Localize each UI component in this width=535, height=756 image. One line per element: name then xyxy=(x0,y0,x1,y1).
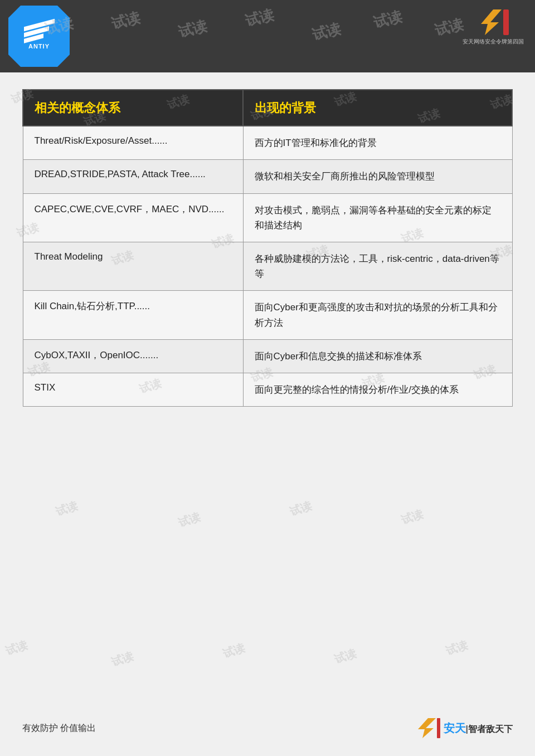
body-wm-21: 试读 xyxy=(288,498,314,520)
footer-logo: 安天|智者敌天下 xyxy=(416,717,513,739)
footer-logo-text: 安天|智者敌天下 xyxy=(444,721,513,736)
header: ANTIY 试读 试读 试读 试读 试读 试读 试读 安天网络安全令牌第四国 xyxy=(0,0,535,72)
watermark-3: 试读 xyxy=(176,16,209,42)
watermark-7: 试读 xyxy=(432,14,465,41)
col2-header: 出现的背景 xyxy=(243,90,512,126)
table-row: CybOX,TAXII，OpenIOC.......面向Cyber和信息交换的描… xyxy=(23,339,512,373)
cell-right-2: 对攻击模式，脆弱点，漏洞等各种基础的安全元素的标定和描述结构 xyxy=(243,193,512,242)
table-row: Threat Modeling各种威胁建模的方法论，工具，risk-centri… xyxy=(23,242,512,290)
table-row: Kill Chain,钻石分析,TTP......面向Cyber和更高强度的攻击… xyxy=(23,291,512,339)
cell-right-4: 面向Cyber和更高强度的攻击和对抗的场景的分析工具和分析方法 xyxy=(243,291,512,339)
body-wm-22: 试读 xyxy=(400,506,426,528)
cell-right-5: 面向Cyber和信息交换的描述和标准体系 xyxy=(243,339,512,373)
body-wm-26: 试读 xyxy=(333,646,359,667)
body-wm-24: 试读 xyxy=(110,648,136,670)
cell-right-1: 微软和相关安全厂商所推出的风险管理模型 xyxy=(243,160,512,193)
cell-left-1: DREAD,STRIDE,PASTA, Attack Tree...... xyxy=(23,160,243,193)
table-body: Threat/Risk/Exposure/Asset......西方的IT管理和… xyxy=(23,126,512,406)
right-logo-text: 安天网络安全令牌第四国 xyxy=(463,38,524,46)
table-row: STIX面向更完整的综合性的情报分析/作业/交换的体系 xyxy=(23,373,512,406)
watermark-6: 试读 xyxy=(371,7,404,33)
svg-marker-2 xyxy=(418,718,436,738)
cell-right-6: 面向更完整的综合性的情报分析/作业/交换的体系 xyxy=(243,373,512,406)
footer: 有效防护 价值输出 安天|智者敌天下 xyxy=(0,717,535,739)
header-right-logo: 安天网络安全令牌第四国 xyxy=(463,8,524,46)
svg-rect-1 xyxy=(503,9,509,35)
body-wm-20: 试读 xyxy=(177,509,203,531)
body-wm-25: 试读 xyxy=(221,640,247,662)
content-table: 相关的概念体系 出现的背景 Threat/Risk/Exposure/Asset… xyxy=(22,89,513,407)
watermark-4: 试读 xyxy=(243,5,276,31)
body-wm-23: 试读 xyxy=(4,637,30,659)
cell-left-6: STIX xyxy=(23,373,243,406)
footer-subtext-label: 智者敌天下 xyxy=(468,724,513,734)
svg-rect-3 xyxy=(437,718,440,738)
main-content: 相关的概念体系 出现的背景 Threat/Risk/Exposure/Asset… xyxy=(22,89,513,407)
footer-tagline: 有效防护 价值输出 xyxy=(22,723,96,734)
cell-left-5: CybOX,TAXII，OpenIOC....... xyxy=(23,339,243,373)
logo-stripes xyxy=(24,23,55,41)
cell-right-0: 西方的IT管理和标准化的背景 xyxy=(243,126,512,160)
footer-logo-icon xyxy=(416,717,441,739)
table-row: DREAD,STRIDE,PASTA, Attack Tree......微软和… xyxy=(23,160,512,193)
col1-header: 相关的概念体系 xyxy=(23,90,243,126)
table-row: Threat/Risk/Exposure/Asset......西方的IT管理和… xyxy=(23,126,512,160)
watermark-5: 试读 xyxy=(310,19,343,45)
footer-antiy-text: 安天 xyxy=(444,722,466,734)
watermark-2: 试读 xyxy=(109,8,142,34)
right-logo-icon xyxy=(476,8,510,36)
table-header-row: 相关的概念体系 出现的背景 xyxy=(23,90,512,126)
body-wm-19: 试读 xyxy=(54,498,80,520)
cell-left-3: Threat Modeling xyxy=(23,242,243,290)
logo-label: ANTIY xyxy=(28,43,50,50)
svg-marker-0 xyxy=(481,9,502,35)
antiy-logo: ANTIY xyxy=(8,6,70,67)
table-row: CAPEC,CWE,CVE,CVRF，MAEC，NVD......对攻击模式，脆… xyxy=(23,193,512,242)
body-wm-27: 试读 xyxy=(444,637,470,659)
watermark-container: 试读 试读 试读 试读 试读 试读 试读 xyxy=(0,0,535,72)
cell-left-2: CAPEC,CWE,CVE,CVRF，MAEC，NVD...... xyxy=(23,193,243,242)
cell-right-3: 各种威胁建模的方法论，工具，risk-centric，data-driven等等 xyxy=(243,242,512,290)
cell-left-0: Threat/Risk/Exposure/Asset...... xyxy=(23,126,243,160)
cell-left-4: Kill Chain,钻石分析,TTP...... xyxy=(23,291,243,339)
